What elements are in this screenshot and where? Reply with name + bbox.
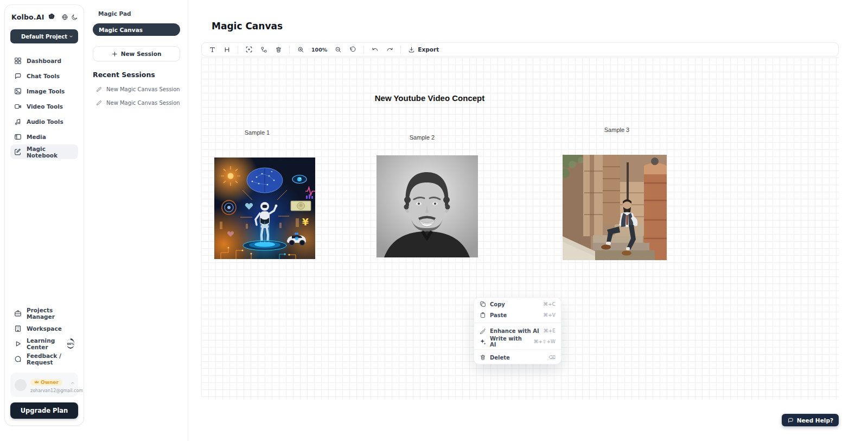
video-icon (14, 103, 22, 110)
session-list-item[interactable]: New Magic Canvas Session (93, 86, 180, 92)
project-selector[interactable]: Default Project (10, 29, 78, 43)
trash-icon (480, 354, 486, 361)
sample-1-label[interactable]: Sample 1 (245, 129, 270, 136)
chat-icon (14, 72, 22, 80)
chevron-down-icon (68, 34, 74, 40)
tab-magic-canvas[interactable]: Magic Canvas (93, 23, 180, 36)
language-globe-icon[interactable] (61, 14, 68, 21)
need-help-label: Need Help? (797, 417, 833, 424)
sessions-panel: Magic Pad Magic Canvas New Session Recen… (84, 0, 188, 441)
export-label: Export (418, 46, 439, 53)
help-chat-icon (787, 417, 794, 424)
learning-progress-ring: 66% (67, 338, 74, 349)
sidebar-item-workspace[interactable]: Workspace (10, 321, 78, 336)
menu-item-shortcut: ⌘+E (544, 328, 556, 333)
zoom-in-button[interactable] (296, 45, 305, 54)
sidebar-item-video-tools[interactable]: Video Tools (10, 99, 78, 114)
avatar (15, 379, 27, 391)
sidebar-item-dashboard[interactable]: Dashboard (10, 53, 78, 68)
heading-tool-button[interactable] (222, 45, 232, 54)
magic-canvas-surface[interactable]: New Youtube Video Concept Sample 1 Sampl… (201, 58, 839, 400)
menu-item-label: Write with AI (490, 336, 530, 348)
sparkle-icon (480, 338, 486, 345)
dashboard-icon (14, 57, 22, 65)
context-menu: Copy ⌘+C Paste ⌘+V Enhance with AI ⌘+E W… (474, 297, 561, 364)
text-tool-icon (209, 46, 216, 53)
sidebar-item-media[interactable]: Media (10, 129, 78, 144)
nav-label: Chat Tools (27, 73, 60, 79)
user-email: zoharvan12@gmail.com (30, 388, 83, 393)
toolbar-divider (238, 46, 238, 54)
nav-label: Magic Notebook (27, 146, 74, 159)
export-button[interactable]: Export (407, 46, 440, 53)
redo-button[interactable] (385, 45, 394, 54)
menu-divider (474, 349, 561, 350)
shapes-flow-button[interactable] (259, 45, 269, 54)
audio-icon (14, 118, 22, 125)
feedback-icon (14, 355, 22, 363)
sidebar-item-audio-tools[interactable]: Audio Tools (10, 114, 78, 129)
need-help-button[interactable]: Need Help? (782, 414, 839, 426)
session-list-item[interactable]: New Magic Canvas Session (93, 100, 180, 106)
zoom-out-button[interactable] (333, 45, 343, 54)
workspace: Magic Canvas 100% (188, 0, 868, 441)
sample-1-image[interactable]: ¥ (214, 158, 315, 259)
zoom-level[interactable]: 100% (310, 47, 328, 53)
text-tool-button[interactable] (207, 45, 217, 54)
sidebar-item-learning-center[interactable]: Learning Center 66% (10, 336, 78, 351)
image-icon (14, 87, 22, 95)
briefcase-icon (14, 310, 22, 317)
sidebar: Kolbo.AI Default Project Dashboard (4, 4, 84, 426)
canvas-toolbar: 100% Export (201, 42, 839, 56)
sample-3-label[interactable]: Sample 3 (604, 127, 629, 133)
nav-label: Learning Center (27, 337, 61, 350)
tab-magic-pad[interactable]: Magic Pad (93, 8, 180, 20)
menu-item-shortcut: ⌘+V (543, 312, 556, 318)
context-menu-item-paste[interactable]: Paste ⌘+V (474, 310, 561, 320)
canvas-heading-text[interactable]: New Youtube Video Concept (375, 93, 485, 103)
sidebar-item-image-tools[interactable]: Image Tools (10, 84, 78, 98)
ai-select-button[interactable] (244, 45, 254, 54)
reset-rotation-button[interactable] (348, 45, 358, 54)
sample-2-label[interactable]: Sample 2 (410, 134, 435, 141)
shapes-icon (260, 46, 267, 53)
brain-logo-icon (47, 12, 56, 21)
sidebar-item-chat-tools[interactable]: Chat Tools (10, 68, 78, 83)
recent-sessions-title: Recent Sessions (93, 71, 180, 79)
dark-mode-moon-icon[interactable] (71, 14, 78, 21)
menu-item-shortcut: ⌘+⇧+W (533, 339, 556, 344)
sidebar-item-feedback[interactable]: Feedback / Request (10, 351, 78, 366)
upgrade-plan-button[interactable]: Upgrade Plan (10, 402, 78, 419)
delete-tool-button[interactable] (273, 45, 283, 54)
sample-3-image[interactable] (563, 155, 667, 260)
pencil-icon (96, 86, 102, 92)
nav-label: Image Tools (27, 88, 65, 94)
sample-2-image[interactable] (376, 155, 478, 257)
sidebar-item-projects-manager[interactable]: Projects Manager (10, 306, 78, 320)
project-selector-label: Default Project (21, 34, 67, 40)
menu-item-label: Delete (490, 355, 510, 361)
context-menu-item-delete[interactable]: Delete ⌫ (474, 352, 561, 363)
menu-item-label: Copy (490, 301, 505, 307)
menu-item-label: Enhance with AI (490, 328, 539, 334)
user-account-card[interactable]: Owner zoharvan12@gmail.com (10, 373, 78, 397)
context-menu-item-copy[interactable]: Copy ⌘+C (474, 299, 561, 310)
sidebar-item-magic-notebook[interactable]: Magic Notebook (10, 144, 78, 159)
nav-label: Workspace (27, 325, 62, 332)
sidebar-header: Kolbo.AI (10, 12, 78, 21)
building-icon (14, 325, 22, 332)
chevron-up-icon (71, 377, 75, 387)
nav-label: Video Tools (27, 103, 63, 110)
notebook-icon (14, 148, 22, 156)
context-menu-item-enhance-ai[interactable]: Enhance with AI ⌘+E (474, 325, 561, 336)
new-session-button[interactable]: New Session (93, 46, 180, 61)
enhance-wand-icon (480, 327, 486, 334)
sidebar-footer-nav: Projects Manager Workspace Learning Cent… (10, 306, 78, 366)
undo-button[interactable] (370, 45, 380, 54)
ai-select-icon (245, 46, 253, 53)
context-menu-item-write-ai[interactable]: Write with AI ⌘+⇧+W (474, 336, 561, 347)
session-item-label: New Magic Canvas Session (106, 86, 180, 92)
zoom-in-icon (297, 46, 304, 53)
undo-icon (372, 46, 379, 53)
app-root: Kolbo.AI Default Project Dashboard (0, 0, 868, 441)
